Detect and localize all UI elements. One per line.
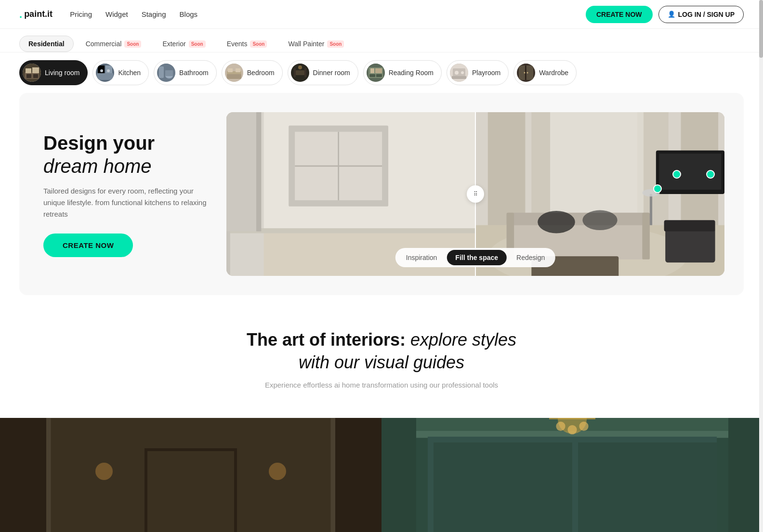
nav-blogs[interactable]: Blogs: [180, 10, 198, 18]
room-pill-dinner[interactable]: Dinner room: [288, 60, 358, 85]
room-pill-reading[interactable]: Reading Room: [363, 60, 442, 85]
tab-exterior[interactable]: Exterior Soon: [153, 36, 214, 52]
bottom-images: [0, 418, 763, 532]
bottom-image-left: [0, 418, 382, 532]
svg-rect-93: [382, 418, 416, 532]
hero-description: Tailored designs for every room, reflect…: [43, 185, 207, 220]
svg-point-88: [269, 463, 286, 480]
svg-rect-70: [642, 213, 650, 260]
svg-point-10: [100, 69, 103, 72]
svg-point-25: [298, 65, 302, 69]
room-pill-living[interactable]: Living room: [19, 60, 88, 85]
art-title: The art of interiors: explore styles wit…: [19, 329, 744, 374]
art-section: The art of interiors: explore styles wit…: [0, 295, 763, 403]
tab-commercial[interactable]: Commercial Soon: [77, 36, 151, 52]
room-thumb-playroom: [450, 64, 468, 82]
view-pill-redesign[interactable]: Redesign: [508, 250, 553, 265]
nav-links: Pricing Widget Staging Blogs: [70, 10, 197, 18]
svg-rect-53: [226, 112, 261, 232]
svg-point-34: [455, 71, 459, 75]
svg-rect-20: [236, 68, 240, 72]
hero-title: Design your dream home: [43, 131, 207, 178]
svg-rect-28: [369, 74, 375, 77]
nav-widget[interactable]: Widget: [105, 10, 128, 18]
svg-point-100: [556, 421, 565, 430]
soon-badge-exterior: Soon: [189, 40, 206, 48]
logo[interactable]: . paint.it: [19, 8, 53, 21]
comparison-wrapper: ⠿ Inspiration Fill the space Redesign: [226, 112, 724, 276]
svg-rect-31: [375, 68, 382, 73]
room-thumb-bathroom: [157, 64, 175, 82]
nav-pricing[interactable]: Pricing: [70, 10, 92, 18]
bottom-image-right: [382, 418, 763, 532]
navbar-right: CREATE NOW 👤 LOG IN / SIGN UP: [586, 6, 744, 23]
room-thumb-reading: [367, 64, 385, 82]
svg-rect-22: [296, 70, 304, 75]
svg-rect-83: [330, 418, 335, 532]
room-thumb-bedroom: [225, 64, 243, 82]
svg-rect-80: [46, 418, 335, 418]
svg-rect-29: [376, 74, 382, 77]
dot-marker-2: [706, 170, 715, 179]
svg-rect-54: [256, 112, 261, 232]
svg-rect-15: [165, 70, 173, 76]
room-pill-wardrobe[interactable]: Wardrobe: [513, 60, 577, 85]
view-pill-fill[interactable]: Fill the space: [447, 250, 507, 265]
tab-residential[interactable]: Residential: [19, 36, 74, 52]
svg-rect-96: [434, 442, 572, 532]
svg-point-35: [461, 71, 464, 74]
room-pill-playroom[interactable]: Playroom: [447, 60, 509, 85]
scrollbar-thumb[interactable]: [759, 0, 763, 58]
nav-staging[interactable]: Staging: [142, 10, 166, 18]
dot-marker-1: [672, 170, 681, 179]
room-thumb-dinner: [291, 64, 309, 82]
svg-rect-74: [665, 228, 715, 262]
svg-point-71: [538, 211, 575, 234]
svg-rect-13: [159, 66, 164, 78]
svg-rect-4: [26, 68, 31, 73]
svg-point-42: [527, 72, 528, 74]
dot-marker-3: [653, 184, 662, 193]
svg-point-72: [582, 210, 617, 230]
tab-events[interactable]: Events Soon: [218, 36, 276, 52]
main-tabs: Residential Commercial Soon Exterior Soo…: [0, 29, 763, 52]
svg-rect-5: [32, 67, 39, 73]
svg-rect-23: [294, 68, 296, 77]
svg-rect-82: [46, 418, 51, 532]
navbar-left: . paint.it Pricing Widget Staging Blogs: [19, 8, 197, 21]
scrollbar[interactable]: [759, 0, 763, 532]
svg-rect-51: [226, 228, 475, 233]
hero-create-now-button[interactable]: CREATE NOW: [43, 234, 133, 257]
comparison-handle[interactable]: ⠿: [467, 185, 484, 203]
svg-rect-3: [33, 74, 38, 78]
svg-rect-85: [147, 451, 234, 532]
nav-login-button[interactable]: 👤 LOG IN / SIGN UP: [658, 6, 744, 23]
soon-badge-wall-painter: Soon: [327, 40, 344, 48]
svg-point-101: [567, 425, 577, 434]
room-pill-kitchen[interactable]: Kitchen: [92, 60, 149, 85]
room-thumb-kitchen: [96, 64, 114, 82]
svg-rect-24: [304, 68, 306, 77]
view-pill-inspiration[interactable]: Inspiration: [397, 250, 446, 265]
nav-create-now-button[interactable]: CREATE NOW: [586, 6, 653, 23]
hero-section: Design your dream home Tailored designs …: [19, 93, 744, 295]
svg-rect-19: [228, 68, 233, 72]
svg-point-41: [524, 72, 526, 74]
svg-point-11: [107, 69, 110, 72]
room-pill-bathroom[interactable]: Bathroom: [154, 60, 217, 85]
art-subtitle: Experience effortless ai home transforma…: [19, 381, 744, 389]
room-categories: Living room Kitchen Bathroom: [0, 52, 763, 93]
svg-rect-2: [26, 74, 31, 78]
svg-rect-7: [97, 73, 113, 80]
soon-badge-events: Soon: [250, 40, 267, 48]
navbar: . paint.it Pricing Widget Staging Blogs …: [0, 0, 763, 29]
logo-dot: .: [19, 8, 22, 21]
tab-wall-painter[interactable]: Wall Painter Soon: [279, 36, 353, 52]
logo-text: paint.it: [24, 9, 53, 19]
svg-rect-94: [728, 418, 763, 532]
soon-badge-commercial: Soon: [124, 40, 141, 48]
room-pill-bedroom[interactable]: Bedroom: [222, 60, 283, 85]
user-icon: 👤: [668, 11, 675, 18]
room-thumb-wardrobe: [517, 64, 535, 82]
hero-text: Design your dream home Tailored designs …: [43, 131, 207, 257]
